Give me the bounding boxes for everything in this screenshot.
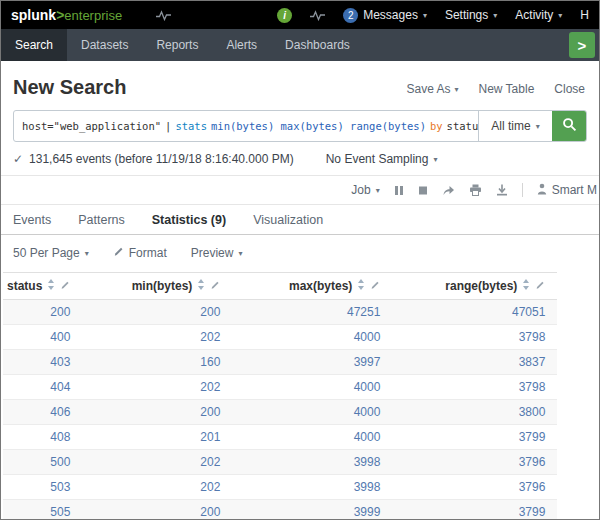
pencil-icon[interactable] [535, 279, 545, 293]
cell-value-link[interactable]: 202 [200, 380, 220, 394]
column-header-range-bytes[interactable]: range(bytes) [392, 273, 557, 300]
cell-value-link[interactable]: 202 [200, 330, 220, 344]
cell-value-link[interactable]: 202 [200, 455, 220, 469]
cell-value-link[interactable]: 3798 [519, 330, 546, 344]
cell-value-link[interactable]: 3796 [519, 480, 546, 494]
cell-value-link[interactable]: 3998 [354, 455, 381, 469]
header-actions: Save As ▾ New Table Close [406, 82, 585, 99]
table-cell: 3998 [232, 475, 392, 500]
cell-value-link[interactable]: 200 [50, 305, 70, 319]
export-button[interactable] [496, 184, 508, 196]
caret-down-icon: ▾ [376, 186, 380, 195]
table-row: 40420240003798 [3, 375, 557, 400]
settings-menu[interactable]: Settings ▾ [445, 8, 497, 22]
cell-value-link[interactable]: 47251 [347, 305, 380, 319]
query-head: host="web_application" [22, 120, 161, 132]
cell-value-link[interactable]: 400 [50, 330, 70, 344]
cell-value-link[interactable]: 4000 [354, 405, 381, 419]
cell-value-link[interactable]: 503 [50, 480, 70, 494]
column-header-min-bytes[interactable]: min(bytes) [82, 273, 232, 300]
cell-value-link[interactable]: 201 [200, 430, 220, 444]
table-header-row: status min(bytes) max(bytes) [3, 273, 557, 300]
search-button[interactable] [552, 111, 586, 141]
column-label: status [7, 279, 42, 293]
info-icon[interactable]: i [277, 8, 292, 23]
nav-item-alerts[interactable]: Alerts [212, 29, 271, 61]
save-as-menu[interactable]: Save As ▾ [406, 82, 458, 96]
cell-value-link[interactable]: 3997 [354, 355, 381, 369]
cell-value-link[interactable]: 160 [200, 355, 220, 369]
sort-icon[interactable] [357, 279, 365, 293]
cell-value-link[interactable]: 3798 [519, 380, 546, 394]
pause-button[interactable] [394, 185, 404, 196]
cell-value-link[interactable]: 3799 [519, 430, 546, 444]
column-header-max-bytes[interactable]: max(bytes) [232, 273, 392, 300]
pencil-icon[interactable] [210, 279, 220, 293]
new-table-button[interactable]: New Table [479, 82, 535, 96]
share-button[interactable] [442, 184, 455, 196]
per-page-menu[interactable]: 50 Per Page ▾ [13, 246, 89, 260]
cell-value-link[interactable]: 3799 [519, 505, 546, 519]
sort-icon[interactable] [47, 279, 55, 293]
time-range-picker[interactable]: All time ▾ [478, 111, 552, 141]
job-label: Job [351, 183, 370, 197]
nav-item-datasets[interactable]: Datasets [67, 29, 142, 61]
page-header: New Search Save As ▾ New Table Close [1, 61, 599, 110]
table-cell: 201 [82, 425, 232, 450]
cell-value-link[interactable]: 3998 [354, 480, 381, 494]
cell-value-link[interactable]: 3999 [354, 505, 381, 519]
table-controls: 50 Per Page ▾ Format Preview ▾ [1, 235, 599, 272]
table-cell: 3796 [392, 475, 557, 500]
cell-value-link[interactable]: 47051 [512, 305, 545, 319]
splunk-logo[interactable]: splunk>enterprise [11, 7, 122, 23]
cell-value-link[interactable]: 3837 [519, 355, 546, 369]
sort-icon[interactable] [522, 279, 530, 293]
messages-menu[interactable]: 2 Messages ▾ [343, 8, 427, 23]
messages-label: Messages [363, 8, 418, 22]
tab-visualization[interactable]: Visualization [253, 213, 323, 227]
cell-value-link[interactable]: 4000 [354, 380, 381, 394]
pencil-icon[interactable] [60, 279, 70, 293]
cell-value-link[interactable]: 403 [50, 355, 70, 369]
print-button[interactable] [469, 184, 482, 196]
cell-value-link[interactable]: 404 [50, 380, 70, 394]
help-menu[interactable]: H [580, 8, 589, 22]
pencil-icon[interactable] [370, 279, 380, 293]
table-cell: 3798 [392, 375, 557, 400]
cell-value-link[interactable]: 3800 [519, 405, 546, 419]
cell-value-link[interactable]: 200 [200, 405, 220, 419]
sort-icon[interactable] [197, 279, 205, 293]
nav-item-search[interactable]: Search [1, 29, 67, 61]
activity-menu[interactable]: Activity ▾ [515, 8, 562, 22]
cell-value-link[interactable]: 500 [50, 455, 70, 469]
cell-value-link[interactable]: 4000 [354, 430, 381, 444]
smart-mode-button[interactable]: Smart M [537, 183, 597, 198]
cell-value-link[interactable]: 4000 [354, 330, 381, 344]
cell-value-link[interactable]: 408 [50, 430, 70, 444]
event-sampling-menu[interactable]: No Event Sampling ▾ [326, 152, 438, 166]
tab-events[interactable]: Events [13, 213, 51, 227]
preview-menu[interactable]: Preview ▾ [191, 246, 243, 260]
cell-value-link[interactable]: 406 [50, 405, 70, 419]
query-by-keyword: by [430, 120, 443, 132]
cell-value-link[interactable]: 200 [200, 305, 220, 319]
cell-value-link[interactable]: 200 [200, 505, 220, 519]
splunk-mark-button[interactable]: > [569, 32, 595, 58]
close-button[interactable]: Close [554, 82, 585, 96]
cell-value-link[interactable]: 3796 [519, 455, 546, 469]
table-cell: 3799 [392, 425, 557, 450]
cell-value-link[interactable]: 202 [200, 480, 220, 494]
job-menu[interactable]: Job ▾ [351, 183, 379, 197]
stop-button[interactable] [418, 185, 428, 196]
cell-value-link[interactable]: 505 [50, 505, 70, 519]
tab-patterns[interactable]: Patterns [78, 213, 125, 227]
nav-item-reports[interactable]: Reports [142, 29, 212, 61]
logo-chevron-icon: > [56, 7, 64, 23]
table-cell: 160 [82, 350, 232, 375]
tab-statistics[interactable]: Statistics (9) [152, 213, 226, 227]
format-menu[interactable]: Format [113, 246, 167, 260]
logo-text-splunk: splunk [11, 7, 56, 23]
search-query-input[interactable]: host="web_application" | stats min(bytes… [14, 111, 478, 141]
nav-item-dashboards[interactable]: Dashboards [271, 29, 364, 61]
column-header-status[interactable]: status [3, 273, 82, 300]
